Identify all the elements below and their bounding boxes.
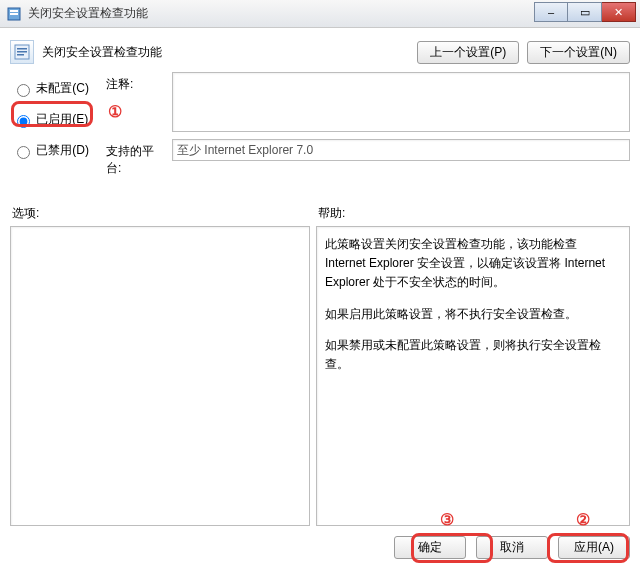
apply-button[interactable]: 应用(A) [558, 536, 630, 559]
minimize-button[interactable]: – [534, 2, 568, 22]
window-buttons: – ▭ ✕ [534, 2, 636, 22]
prev-setting-button[interactable]: 上一个设置(P) [417, 41, 519, 64]
svg-rect-6 [17, 54, 24, 56]
help-p2: 如果启用此策略设置，将不执行安全设置检查。 [325, 305, 621, 324]
header-row: 关闭安全设置检查功能 上一个设置(P) 下一个设置(N) [10, 40, 630, 64]
radio-disabled[interactable]: 已禁用(D) [12, 143, 89, 157]
help-p1: 此策略设置关闭安全设置检查功能，该功能检查 Internet Explorer … [325, 235, 621, 293]
radio-enabled[interactable]: 已启用(E) [12, 112, 88, 126]
panels: 此策略设置关闭安全设置检查功能，该功能检查 Internet Explorer … [10, 226, 630, 526]
svg-rect-1 [10, 10, 18, 12]
window-title: 关闭安全设置检查功能 [28, 5, 148, 22]
page-title: 关闭安全设置检查功能 [42, 44, 162, 61]
config-grid: 未配置(C) 已启用(E) 已禁用(D) 注释: 支持的平台: [10, 72, 630, 181]
radio-not-configured[interactable]: 未配置(C) [12, 81, 89, 95]
app-icon [6, 6, 22, 22]
footer-buttons: 确定 取消 应用(A) [10, 536, 630, 559]
dialog-content: 关闭安全设置检查功能 上一个设置(P) 下一个设置(N) 未配置(C) 已启用(… [0, 28, 640, 569]
state-radios: 未配置(C) 已启用(E) 已禁用(D) [10, 72, 100, 173]
radio-disabled-label: 已禁用(D) [36, 143, 89, 157]
titlebar: 关闭安全设置检查功能 – ▭ ✕ [0, 0, 640, 28]
help-p3: 如果禁用或未配置此策略设置，则将执行安全设置检查。 [325, 336, 621, 374]
platform-label: 支持的平台: [106, 139, 166, 177]
radio-disabled-input[interactable] [17, 146, 30, 159]
policy-icon [10, 40, 34, 64]
options-label: 选项: [10, 205, 310, 222]
help-panel[interactable]: 此策略设置关闭安全设置检查功能，该功能检查 Internet Explorer … [316, 226, 630, 526]
maximize-button[interactable]: ▭ [568, 2, 602, 22]
panel-labels: 选项: 帮助: [10, 205, 630, 222]
cancel-button[interactable]: 取消 [476, 536, 548, 559]
radio-enabled-input[interactable] [17, 115, 30, 128]
platform-field [172, 139, 630, 161]
svg-rect-5 [17, 51, 27, 53]
radio-enabled-label: 已启用(E) [36, 112, 88, 126]
comment-input[interactable] [172, 72, 630, 132]
comment-label: 注释: [106, 72, 166, 93]
svg-rect-4 [17, 48, 27, 50]
help-label: 帮助: [310, 205, 630, 222]
close-button[interactable]: ✕ [602, 2, 636, 22]
svg-rect-2 [10, 13, 18, 15]
ok-button[interactable]: 确定 [394, 536, 466, 559]
radio-not-configured-label: 未配置(C) [36, 81, 89, 95]
options-panel[interactable] [10, 226, 310, 526]
next-setting-button[interactable]: 下一个设置(N) [527, 41, 630, 64]
radio-not-configured-input[interactable] [17, 84, 30, 97]
